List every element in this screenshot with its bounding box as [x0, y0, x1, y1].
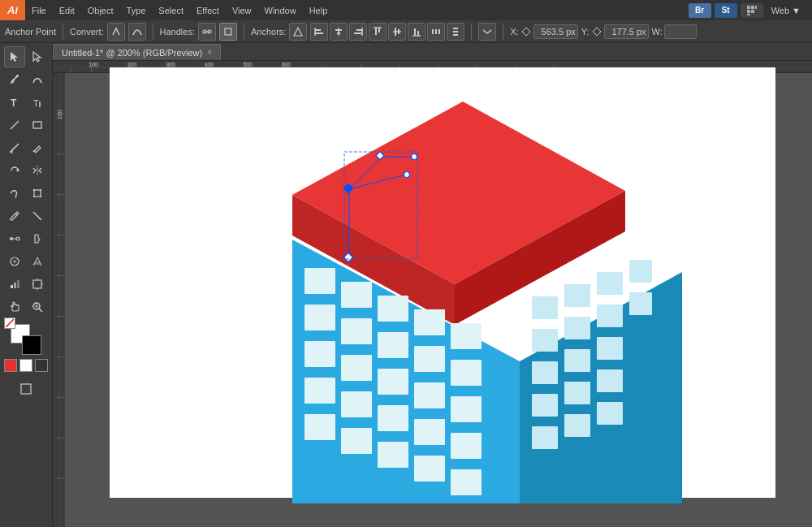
- svg-text:100: 100: [57, 110, 63, 119]
- symbol-sprayer-tool[interactable]: [4, 251, 25, 272]
- selection-tool[interactable]: [4, 46, 25, 67]
- handle-endpoint-right[interactable]: [412, 154, 417, 160]
- graph-tool[interactable]: [4, 274, 25, 295]
- svg-rect-48: [33, 196, 35, 197]
- anchors-btn-1[interactable]: [289, 23, 307, 41]
- pen-tool[interactable]: [4, 69, 25, 90]
- direct-selection-tool[interactable]: [27, 46, 48, 67]
- blend-tool[interactable]: [4, 228, 25, 249]
- window-r2c1: [304, 305, 335, 330]
- live-paint-bucket-tool[interactable]: [27, 228, 48, 249]
- change-screen-mode[interactable]: [15, 378, 37, 400]
- window-r4c1: [304, 378, 335, 404]
- menu-select[interactable]: Select: [152, 0, 190, 20]
- y-value-input[interactable]: [604, 24, 649, 39]
- window-right-r4c1: [532, 394, 558, 417]
- window-right-r4c3: [597, 369, 623, 392]
- window-right-r5c1: [532, 426, 558, 449]
- curvature-tool[interactable]: [27, 69, 48, 90]
- window-right-r3c1: [532, 361, 558, 384]
- bridge-badge[interactable]: Br: [689, 3, 711, 18]
- svg-rect-49: [40, 196, 41, 197]
- workspace-selector[interactable]: Web ▼: [767, 6, 806, 15]
- swatch-white[interactable]: [19, 359, 32, 372]
- swatch-black[interactable]: [35, 359, 48, 372]
- menu-object[interactable]: Object: [81, 0, 120, 20]
- menu-help[interactable]: Help: [303, 0, 335, 20]
- canvas-area[interactable]: Untitled-1* @ 200% (RGB/Preview) × 100 2…: [53, 43, 812, 527]
- x-value-input[interactable]: [533, 24, 578, 39]
- svg-rect-3: [747, 10, 750, 13]
- artboard-tool[interactable]: [27, 274, 48, 295]
- more-options-btn[interactable]: [478, 23, 496, 41]
- reflect-tool[interactable]: [27, 160, 48, 181]
- align-top[interactable]: [369, 23, 387, 41]
- warp-tool[interactable]: [4, 183, 25, 204]
- svg-rect-40: [33, 122, 41, 128]
- svg-line-52: [33, 212, 35, 214]
- menu-type[interactable]: Type: [120, 0, 153, 20]
- svg-rect-111: [53, 73, 65, 527]
- paintbrush-tool[interactable]: [4, 137, 25, 158]
- handle-endpoint-lower[interactable]: [404, 172, 410, 178]
- svg-line-72: [39, 309, 42, 312]
- menu-edit[interactable]: Edit: [53, 0, 81, 20]
- align-left[interactable]: [310, 23, 328, 41]
- svg-rect-45: [34, 190, 41, 197]
- svg-rect-33: [453, 31, 458, 32]
- fill-stroke-indicator[interactable]: [11, 324, 41, 355]
- w-value-input[interactable]: [664, 24, 697, 39]
- window-r3c4: [414, 382, 445, 408]
- line-segment-tool[interactable]: [4, 114, 25, 136]
- quick-swatches: [4, 359, 48, 372]
- perspective-grid-tool[interactable]: [27, 251, 48, 272]
- color-section: [4, 324, 48, 372]
- measure-tool[interactable]: [27, 205, 48, 227]
- window-right-r5c3: [597, 402, 623, 425]
- align-center-v[interactable]: [388, 23, 406, 41]
- menu-effect[interactable]: Effect: [190, 0, 226, 20]
- eyedropper-tool[interactable]: [4, 205, 25, 227]
- tool-row-10: [4, 251, 48, 272]
- tool-row-4: [4, 114, 48, 136]
- align-bottom[interactable]: [408, 23, 425, 41]
- menu-file[interactable]: File: [25, 0, 53, 20]
- tab-close-button[interactable]: ×: [207, 48, 212, 57]
- handles-btn-2[interactable]: [219, 23, 237, 41]
- stock-badge[interactable]: St: [715, 3, 737, 18]
- default-colors-icon[interactable]: [4, 317, 15, 329]
- svg-line-59: [33, 257, 37, 266]
- menu-window[interactable]: Window: [258, 0, 303, 20]
- hand-tool[interactable]: [4, 296, 25, 317]
- window-r3c1: [304, 341, 335, 367]
- stroke-box[interactable]: [22, 335, 41, 355]
- main-canvas-svg[interactable]: [65, 61, 792, 503]
- free-transform-tool[interactable]: [27, 183, 48, 204]
- svg-rect-0: [747, 6, 750, 9]
- touch-type-tool[interactable]: T: [27, 92, 48, 113]
- convert-btn-2[interactable]: [128, 23, 146, 41]
- window-r5c3: [378, 442, 408, 468]
- window-r4c3: [378, 405, 408, 431]
- menu-view[interactable]: View: [226, 0, 258, 20]
- type-tool[interactable]: T: [4, 92, 25, 113]
- distribute-v[interactable]: [447, 23, 464, 41]
- svg-rect-5: [747, 14, 750, 15]
- svg-line-75: [6, 319, 14, 327]
- document-tab[interactable]: Untitled-1* @ 200% (RGB/Preview) ×: [53, 44, 221, 60]
- swatch-red[interactable]: [4, 359, 17, 372]
- align-center-h[interactable]: [330, 23, 348, 41]
- rectangle-tool[interactable]: [27, 114, 48, 136]
- align-right[interactable]: [349, 23, 367, 41]
- w-coord-field: W:: [652, 24, 697, 39]
- convert-btn-1[interactable]: [107, 23, 125, 41]
- svg-rect-18: [354, 32, 362, 34]
- apps-grid-icon[interactable]: [741, 3, 763, 18]
- svg-text:T: T: [11, 97, 17, 109]
- x-label: X:: [510, 27, 518, 37]
- pencil-tool[interactable]: [27, 137, 48, 158]
- zoom-tool[interactable]: [27, 296, 48, 317]
- distribute-h[interactable]: [427, 23, 445, 41]
- rotate-tool[interactable]: [4, 160, 25, 181]
- handles-btn-1[interactable]: [198, 23, 216, 41]
